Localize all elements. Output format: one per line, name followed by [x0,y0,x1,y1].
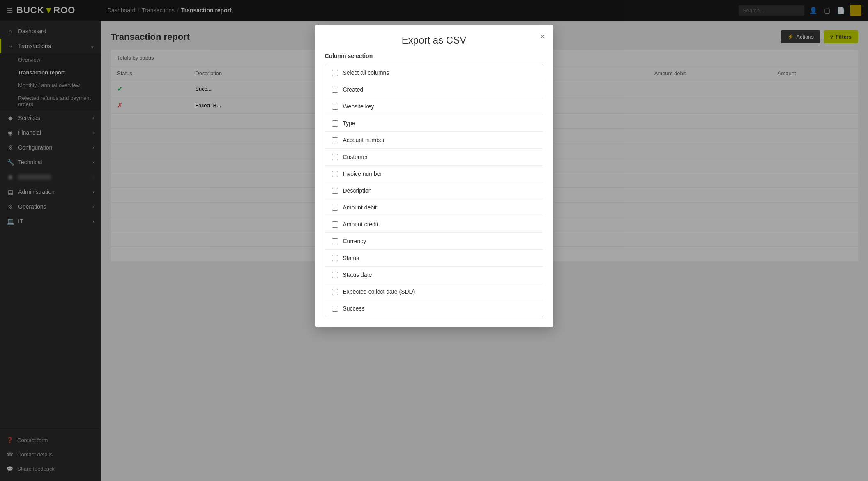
checkbox-input-success[interactable] [332,306,338,312]
checkbox-input-expected-collect-date[interactable] [332,289,338,295]
checkbox-amount-credit[interactable]: Amount credit [325,216,543,233]
checkbox-label-created: Created [343,86,364,93]
checkbox-invoice-number[interactable]: Invoice number [325,166,543,182]
checkbox-label-invoice-number: Invoice number [343,170,382,177]
column-selection-label: Column selection [325,53,543,59]
modal-title: Export as CSV [402,35,466,46]
checkbox-status[interactable]: Status [325,250,543,267]
checkbox-label-currency: Currency [343,238,366,244]
checkbox-label-status-date: Status date [343,272,372,278]
checkbox-website-key[interactable]: Website key [325,98,543,115]
modal-header: Export as CSV × [315,25,553,53]
modal-close-button[interactable]: × [541,33,545,40]
checkbox-input-invoice-number[interactable] [332,171,338,177]
checkbox-label-select-all: Select all columns [343,69,389,76]
checkbox-expected-collect-date[interactable]: Expected collect date (SDD) [325,283,543,300]
checkbox-select-all[interactable]: Select all columns [325,64,543,81]
checkbox-input-amount-debit[interactable] [332,205,338,211]
checkbox-input-status-date[interactable] [332,272,338,278]
checkbox-input-customer[interactable] [332,154,338,160]
checkbox-input-type[interactable] [332,120,338,127]
checkbox-label-type: Type [343,120,355,127]
checkbox-amount-debit[interactable]: Amount debit [325,199,543,216]
checkbox-success[interactable]: Success [325,300,543,317]
checkbox-label-amount-credit: Amount credit [343,221,378,228]
checkbox-label-status: Status [343,255,359,261]
checkbox-description[interactable]: Description [325,182,543,199]
modal-body: Column selection Select all columns Crea… [315,53,553,327]
checkbox-label-description: Description [343,187,372,194]
checkbox-label-customer: Customer [343,154,368,160]
checkbox-input-currency[interactable] [332,238,338,244]
checkbox-input-created[interactable] [332,87,338,93]
checkbox-input-website-key[interactable] [332,104,338,110]
checkbox-input-select-all[interactable] [332,70,338,76]
checkbox-type[interactable]: Type [325,115,543,132]
checkbox-currency[interactable]: Currency [325,233,543,250]
checkbox-input-status[interactable] [332,255,338,261]
checkbox-status-date[interactable]: Status date [325,267,543,283]
checkbox-label-expected-collect-date: Expected collect date (SDD) [343,288,415,295]
export-csv-modal: Export as CSV × Column selection Select … [315,25,553,327]
checkbox-label-account-number: Account number [343,137,385,143]
checkbox-created[interactable]: Created [325,81,543,98]
checkbox-input-amount-credit[interactable] [332,221,338,228]
checkbox-label-success: Success [343,305,365,312]
modal-overlay[interactable]: Export as CSV × Column selection Select … [0,0,868,481]
checkbox-customer[interactable]: Customer [325,149,543,166]
checkbox-account-number[interactable]: Account number [325,132,543,149]
column-checkbox-list: Select all columns Created Website key T… [325,64,543,317]
checkbox-label-website-key: Website key [343,103,374,110]
checkbox-input-account-number[interactable] [332,137,338,143]
checkbox-label-amount-debit: Amount debit [343,204,377,211]
checkbox-input-description[interactable] [332,188,338,194]
